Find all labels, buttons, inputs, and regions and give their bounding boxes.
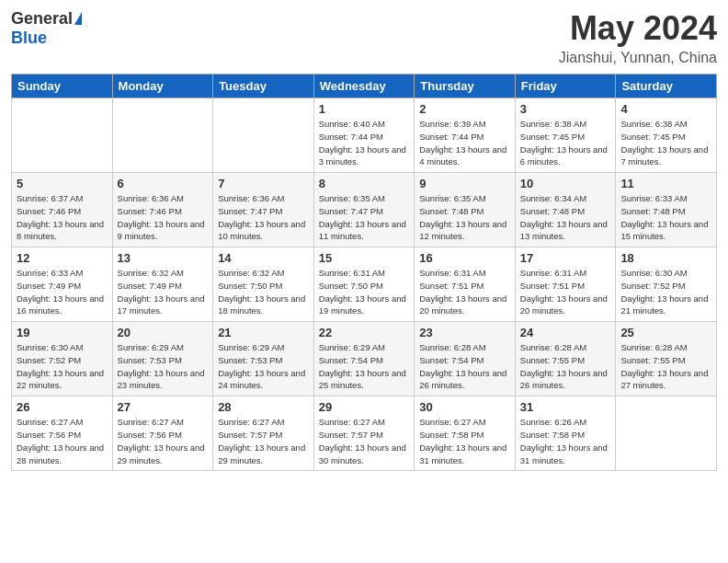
day-number: 27: [118, 400, 209, 414]
day-cell: [112, 98, 213, 173]
day-info: Sunrise: 6:40 AM Sunset: 7:44 PM Dayligh…: [319, 118, 410, 168]
day-number: 5: [17, 177, 108, 190]
day-info: Sunrise: 6:30 AM Sunset: 7:52 PM Dayligh…: [620, 267, 711, 317]
day-info: Sunrise: 6:27 AM Sunset: 7:58 PM Dayligh…: [419, 416, 510, 466]
day-info: Sunrise: 6:31 AM Sunset: 7:51 PM Dayligh…: [419, 267, 510, 317]
title-section: May 2024 Jianshui, Yunnan, China: [559, 9, 717, 66]
day-info: Sunrise: 6:32 AM Sunset: 7:50 PM Dayligh…: [218, 267, 309, 317]
day-cell: 28Sunrise: 6:27 AM Sunset: 7:57 PM Dayli…: [213, 396, 314, 471]
logo-text: General: [11, 9, 82, 29]
day-info: Sunrise: 6:35 AM Sunset: 7:48 PM Dayligh…: [419, 192, 510, 243]
day-info: Sunrise: 6:37 AM Sunset: 7:46 PM Dayligh…: [17, 192, 108, 243]
day-cell: 5Sunrise: 6:37 AM Sunset: 7:46 PM Daylig…: [12, 173, 113, 247]
day-number: 20: [118, 326, 209, 339]
day-cell: 13Sunrise: 6:32 AM Sunset: 7:49 PM Dayli…: [112, 247, 213, 322]
day-info: Sunrise: 6:28 AM Sunset: 7:55 PM Dayligh…: [620, 341, 711, 392]
day-number: 10: [520, 177, 611, 190]
day-number: 30: [419, 400, 510, 414]
day-info: Sunrise: 6:38 AM Sunset: 7:45 PM Dayligh…: [620, 118, 711, 168]
day-number: 7: [218, 177, 309, 190]
day-cell: 21Sunrise: 6:29 AM Sunset: 7:53 PM Dayli…: [213, 322, 314, 396]
day-number: 24: [520, 326, 611, 339]
day-cell: 12Sunrise: 6:33 AM Sunset: 7:49 PM Dayli…: [12, 247, 113, 322]
day-number: 17: [520, 251, 611, 265]
day-number: 8: [319, 177, 410, 190]
col-header-tuesday: Tuesday: [213, 75, 314, 98]
header-row: SundayMondayTuesdayWednesdayThursdayFrid…: [12, 75, 717, 98]
day-number: 9: [419, 177, 510, 190]
day-info: Sunrise: 6:33 AM Sunset: 7:48 PM Dayligh…: [620, 192, 711, 243]
day-number: 13: [118, 251, 209, 265]
day-cell: 23Sunrise: 6:28 AM Sunset: 7:54 PM Dayli…: [415, 322, 516, 396]
day-cell: 31Sunrise: 6:26 AM Sunset: 7:58 PM Dayli…: [515, 396, 616, 471]
day-cell: [616, 396, 717, 471]
day-cell: 10Sunrise: 6:34 AM Sunset: 7:48 PM Dayli…: [515, 173, 616, 247]
day-number: 28: [218, 400, 309, 414]
logo-triangle-icon: [74, 12, 82, 25]
day-cell: 15Sunrise: 6:31 AM Sunset: 7:50 PM Dayli…: [313, 247, 415, 322]
day-info: Sunrise: 6:27 AM Sunset: 7:57 PM Dayligh…: [218, 416, 309, 466]
day-info: Sunrise: 6:29 AM Sunset: 7:53 PM Dayligh…: [218, 341, 309, 392]
day-number: 31: [520, 400, 611, 414]
page: General Blue May 2024 Jianshui, Yunnan, …: [0, 0, 728, 563]
day-cell: 27Sunrise: 6:27 AM Sunset: 7:56 PM Dayli…: [112, 396, 213, 471]
day-cell: [12, 98, 113, 173]
day-info: Sunrise: 6:33 AM Sunset: 7:49 PM Dayligh…: [17, 267, 108, 317]
day-cell: 3Sunrise: 6:38 AM Sunset: 7:45 PM Daylig…: [515, 98, 616, 173]
day-cell: 4Sunrise: 6:38 AM Sunset: 7:45 PM Daylig…: [616, 98, 717, 173]
col-header-thursday: Thursday: [415, 75, 516, 98]
day-number: 1: [319, 102, 410, 116]
day-info: Sunrise: 6:34 AM Sunset: 7:48 PM Dayligh…: [520, 192, 611, 243]
col-header-sunday: Sunday: [12, 75, 113, 98]
col-header-monday: Monday: [112, 75, 213, 98]
main-title: May 2024: [559, 9, 717, 48]
day-cell: 6Sunrise: 6:36 AM Sunset: 7:46 PM Daylig…: [112, 173, 213, 247]
day-number: 6: [118, 177, 209, 190]
day-number: 11: [620, 177, 711, 190]
day-cell: 29Sunrise: 6:27 AM Sunset: 7:57 PM Dayli…: [313, 396, 415, 471]
logo-general: General: [11, 9, 73, 29]
day-info: Sunrise: 6:27 AM Sunset: 7:56 PM Dayligh…: [17, 416, 108, 466]
day-info: Sunrise: 6:35 AM Sunset: 7:47 PM Dayligh…: [319, 192, 410, 243]
day-info: Sunrise: 6:32 AM Sunset: 7:49 PM Dayligh…: [118, 267, 209, 317]
day-number: 25: [620, 326, 711, 339]
day-number: 4: [620, 102, 711, 116]
day-cell: 7Sunrise: 6:36 AM Sunset: 7:47 PM Daylig…: [213, 173, 314, 247]
day-cell: 22Sunrise: 6:29 AM Sunset: 7:54 PM Dayli…: [313, 322, 415, 396]
day-cell: 16Sunrise: 6:31 AM Sunset: 7:51 PM Dayli…: [415, 247, 516, 322]
day-cell: 20Sunrise: 6:29 AM Sunset: 7:53 PM Dayli…: [112, 322, 213, 396]
day-cell: 18Sunrise: 6:30 AM Sunset: 7:52 PM Dayli…: [616, 247, 717, 322]
day-number: 29: [319, 400, 410, 414]
day-info: Sunrise: 6:28 AM Sunset: 7:54 PM Dayligh…: [419, 341, 510, 392]
day-info: Sunrise: 6:29 AM Sunset: 7:53 PM Dayligh…: [118, 341, 209, 392]
subtitle: Jianshui, Yunnan, China: [559, 50, 717, 66]
day-cell: 17Sunrise: 6:31 AM Sunset: 7:51 PM Dayli…: [515, 247, 616, 322]
day-info: Sunrise: 6:31 AM Sunset: 7:51 PM Dayligh…: [520, 267, 611, 317]
day-cell: 25Sunrise: 6:28 AM Sunset: 7:55 PM Dayli…: [616, 322, 717, 396]
day-info: Sunrise: 6:31 AM Sunset: 7:50 PM Dayligh…: [319, 267, 410, 317]
day-info: Sunrise: 6:29 AM Sunset: 7:54 PM Dayligh…: [319, 341, 410, 392]
week-row-3: 12Sunrise: 6:33 AM Sunset: 7:49 PM Dayli…: [12, 247, 717, 322]
day-number: 23: [419, 326, 510, 339]
day-info: Sunrise: 6:38 AM Sunset: 7:45 PM Dayligh…: [520, 118, 611, 168]
calendar: SundayMondayTuesdayWednesdayThursdayFrid…: [11, 74, 717, 471]
col-header-friday: Friday: [515, 75, 616, 98]
day-cell: 14Sunrise: 6:32 AM Sunset: 7:50 PM Dayli…: [213, 247, 314, 322]
day-info: Sunrise: 6:26 AM Sunset: 7:58 PM Dayligh…: [520, 416, 611, 466]
day-cell: 19Sunrise: 6:30 AM Sunset: 7:52 PM Dayli…: [12, 322, 113, 396]
day-cell: 9Sunrise: 6:35 AM Sunset: 7:48 PM Daylig…: [415, 173, 516, 247]
day-cell: 30Sunrise: 6:27 AM Sunset: 7:58 PM Dayli…: [415, 396, 516, 471]
day-number: 16: [419, 251, 510, 265]
day-number: 18: [620, 251, 711, 265]
day-cell: 2Sunrise: 6:39 AM Sunset: 7:44 PM Daylig…: [415, 98, 516, 173]
week-row-5: 26Sunrise: 6:27 AM Sunset: 7:56 PM Dayli…: [12, 396, 717, 471]
day-number: 19: [17, 326, 108, 339]
col-header-saturday: Saturday: [616, 75, 717, 98]
day-number: 14: [218, 251, 309, 265]
day-cell: 24Sunrise: 6:28 AM Sunset: 7:55 PM Dayli…: [515, 322, 616, 396]
day-number: 12: [17, 251, 108, 265]
day-number: 22: [319, 326, 410, 339]
day-number: 3: [520, 102, 611, 116]
day-number: 26: [17, 400, 108, 414]
day-info: Sunrise: 6:27 AM Sunset: 7:57 PM Dayligh…: [319, 416, 410, 466]
